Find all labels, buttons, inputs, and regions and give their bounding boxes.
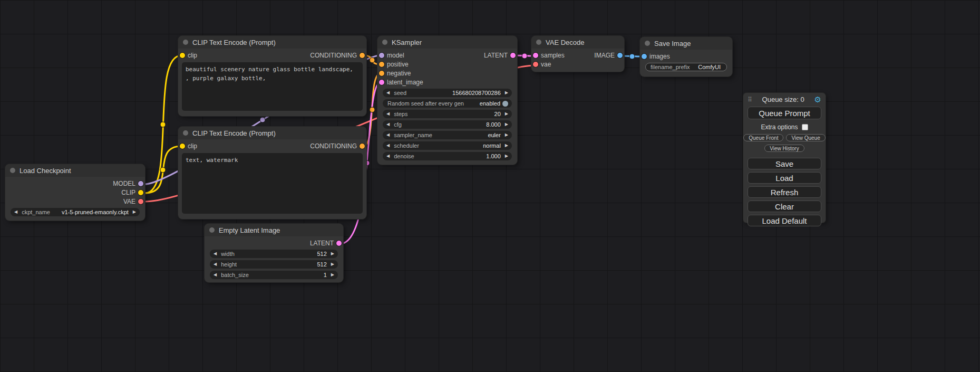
image-output-dot[interactable] [617, 53, 623, 58]
node-title-bar[interactable]: VAE Decode [531, 36, 624, 49]
clip-input-dot[interactable] [180, 53, 185, 58]
conditioning-output-dot[interactable] [360, 53, 365, 58]
node-graph-canvas[interactable]: Load Checkpoint MODEL CLIP VAE [0, 0, 980, 372]
model-input-dot[interactable] [379, 53, 384, 58]
view-history-button[interactable]: View History [764, 145, 804, 152]
decrement-arrow-icon[interactable]: ◀ [14, 210, 17, 214]
images-input-dot[interactable] [642, 54, 647, 59]
collapse-dot-icon[interactable] [382, 40, 387, 45]
node-empty-latent-image[interactable]: Empty Latent Image LATENT ◀ width 512 ▶ … [205, 224, 343, 282]
node-title-bar[interactable]: Empty Latent Image [205, 224, 343, 236]
widget-ckpt-name[interactable]: ◀ ckpt_name v1-5-pruned-emaonly.ckpt ▶ [11, 208, 140, 216]
widget-scheduler[interactable]: ◀ scheduler normal ▶ [383, 141, 512, 150]
increment-arrow-icon[interactable]: ▶ [505, 154, 508, 158]
output-port-latent[interactable]: LATENT [484, 52, 516, 59]
node-title-bar[interactable]: KSampler [377, 36, 517, 49]
vae-input-dot[interactable] [533, 62, 538, 67]
negative-prompt-textarea[interactable]: text, watermark [182, 153, 363, 214]
positive-input-dot[interactable] [379, 62, 384, 67]
node-ksampler[interactable]: KSampler model LATENT positive [377, 36, 517, 165]
node-title-bar[interactable]: Save Image [640, 37, 732, 50]
node-clip-text-encode-negative[interactable]: CLIP Text Encode (Prompt) clip CONDITION… [178, 127, 366, 219]
increment-arrow-icon[interactable]: ▶ [505, 144, 508, 148]
clip-input-dot[interactable] [180, 144, 185, 149]
input-port-clip[interactable]: clip [179, 142, 197, 150]
increment-arrow-icon[interactable]: ▶ [505, 133, 508, 137]
input-port-latent-image[interactable]: latent_image [379, 79, 423, 86]
clip-output-dot[interactable] [138, 190, 143, 195]
collapse-dot-icon[interactable] [209, 227, 215, 233]
output-port-conditioning[interactable]: CONDITIONING [310, 142, 365, 150]
negative-input-dot[interactable] [379, 71, 384, 76]
model-output-dot[interactable] [138, 181, 143, 186]
input-port-negative[interactable]: negative [379, 70, 411, 77]
load-default-button[interactable]: Load Default [748, 215, 821, 226]
decrement-arrow-icon[interactable]: ◀ [386, 144, 390, 148]
increment-arrow-icon[interactable]: ▶ [331, 252, 334, 256]
node-save-image[interactable]: Save Image images filename_prefix ComfyU… [640, 37, 732, 77]
widget-sampler-name[interactable]: ◀ sampler_name euler ▶ [383, 131, 512, 139]
queue-front-button[interactable]: Queue Front [743, 134, 783, 141]
decrement-arrow-icon[interactable]: ◀ [214, 262, 217, 266]
output-port-clip[interactable]: CLIP [121, 189, 144, 196]
increment-arrow-icon[interactable]: ▶ [331, 262, 334, 266]
increment-arrow-icon[interactable]: ▶ [505, 91, 508, 95]
output-port-vae[interactable]: VAE [123, 198, 144, 205]
decrement-arrow-icon[interactable]: ◀ [386, 154, 390, 158]
node-title-bar[interactable]: Load Checkpoint [5, 164, 145, 177]
decrement-arrow-icon[interactable]: ◀ [386, 112, 390, 116]
input-port-positive[interactable]: positive [379, 61, 409, 68]
widget-width[interactable]: ◀ width 512 ▶ [210, 250, 338, 258]
output-port-model[interactable]: MODEL [113, 180, 144, 187]
load-button[interactable]: Load [748, 172, 821, 184]
widget-batch-size[interactable]: ◀ batch_size 1 ▶ [210, 271, 338, 279]
node-vae-decode[interactable]: VAE Decode samples IMAGE vae [531, 36, 624, 72]
input-port-images[interactable]: images [641, 53, 670, 60]
queue-prompt-button[interactable]: Queue Prompt [748, 107, 821, 119]
collapse-dot-icon[interactable] [183, 130, 188, 136]
toggle-knob[interactable] [502, 101, 508, 107]
latent-image-input-dot[interactable] [379, 80, 384, 85]
decrement-arrow-icon[interactable]: ◀ [386, 91, 390, 95]
node-clip-text-encode-positive[interactable]: CLIP Text Encode (Prompt) clip CONDITION… [178, 36, 366, 116]
input-port-vae[interactable]: vae [532, 61, 551, 68]
decrement-arrow-icon[interactable]: ◀ [214, 252, 217, 256]
conditioning-output-dot[interactable] [360, 144, 365, 149]
positive-prompt-textarea[interactable]: beautiful scenery nature glass bottle la… [182, 62, 363, 111]
latent-output-dot[interactable] [336, 241, 342, 246]
decrement-arrow-icon[interactable]: ◀ [386, 122, 390, 127]
widget-seed[interactable]: ◀ seed 156680208700286 ▶ [383, 89, 512, 97]
node-title-bar[interactable]: CLIP Text Encode (Prompt) [178, 127, 366, 139]
collapse-dot-icon[interactable] [183, 40, 188, 45]
save-button[interactable]: Save [748, 158, 821, 169]
widget-random-seed-toggle[interactable]: Random seed after every gen enabled [383, 99, 512, 108]
collapse-dot-icon[interactable] [645, 41, 650, 46]
increment-arrow-icon[interactable]: ▶ [505, 122, 508, 127]
vae-output-dot[interactable] [138, 199, 143, 204]
widget-cfg[interactable]: ◀ cfg 8.000 ▶ [383, 120, 512, 129]
node-load-checkpoint[interactable]: Load Checkpoint MODEL CLIP VAE [5, 164, 145, 221]
output-port-conditioning[interactable]: CONDITIONING [310, 52, 365, 59]
increment-arrow-icon[interactable]: ▶ [505, 112, 508, 116]
widget-steps[interactable]: ◀ steps 20 ▶ [383, 110, 512, 118]
output-port-image[interactable]: IMAGE [594, 52, 623, 59]
latent-output-dot[interactable] [510, 53, 516, 58]
increment-arrow-icon[interactable]: ▶ [331, 273, 334, 277]
view-queue-button[interactable]: View Queue [786, 134, 825, 141]
samples-input-dot[interactable] [533, 53, 538, 58]
clear-button[interactable]: Clear [748, 201, 821, 212]
drag-handle-icon[interactable]: ⠿ [748, 96, 752, 103]
node-title-bar[interactable]: CLIP Text Encode (Prompt) [178, 36, 366, 49]
increment-arrow-icon[interactable]: ▶ [133, 210, 136, 214]
input-port-samples[interactable]: samples [532, 52, 565, 59]
widget-filename-prefix[interactable]: filename_prefix ComfyUI [645, 63, 727, 71]
extra-options-checkbox[interactable] [802, 124, 808, 130]
settings-gear-icon[interactable]: ⚙ [814, 96, 821, 103]
decrement-arrow-icon[interactable]: ◀ [214, 273, 217, 277]
collapse-dot-icon[interactable] [536, 40, 541, 45]
refresh-button[interactable]: Refresh [748, 186, 821, 198]
widget-denoise[interactable]: ◀ denoise 1.000 ▶ [383, 152, 512, 160]
widget-height[interactable]: ◀ height 512 ▶ [210, 260, 338, 269]
output-port-latent[interactable]: LATENT [310, 240, 342, 247]
input-port-clip[interactable]: clip [179, 52, 197, 59]
